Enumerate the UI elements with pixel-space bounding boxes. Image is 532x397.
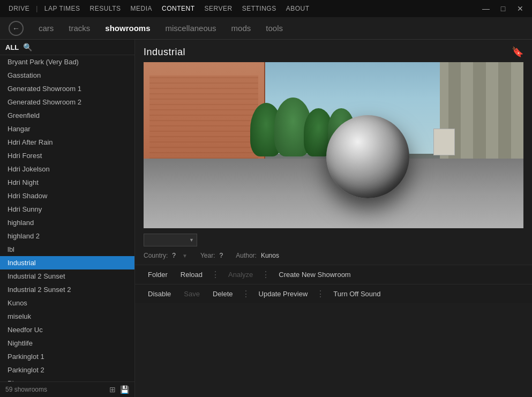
separator-4: ⋮ bbox=[316, 289, 325, 299]
country-label: Country: bbox=[144, 252, 168, 259]
tab-showrooms[interactable]: showrooms bbox=[105, 21, 150, 35]
bookmark-icon[interactable]: 🔖 bbox=[512, 46, 523, 58]
action-bar-top: Folder Reload ⋮ Analyze ⋮ Create New Sho… bbox=[135, 265, 532, 284]
sidebar-item[interactable]: Generated Showroom 2 bbox=[0, 95, 134, 109]
sidebar-footer-icons: ⊞ 💾 bbox=[109, 385, 129, 394]
save-button[interactable]: Save bbox=[179, 288, 204, 300]
reload-button[interactable]: Reload bbox=[176, 268, 207, 281]
sidebar-item[interactable]: Nightlife bbox=[0, 336, 134, 350]
grid-view-icon[interactable]: ⊞ bbox=[109, 385, 116, 394]
save-icon[interactable]: 💾 bbox=[120, 385, 129, 394]
sidebar-item[interactable]: Industrial 2 Sunset bbox=[0, 269, 134, 283]
sidebar-item[interactable]: miseluk bbox=[0, 310, 134, 323]
turn-off-sound-button[interactable]: Turn Off Sound bbox=[329, 288, 385, 300]
sidebar-item[interactable]: Playa bbox=[0, 377, 134, 381]
sidebar-header: ALL 🔍 bbox=[0, 40, 134, 55]
sidebar-item[interactable]: Parkinglot 2 bbox=[0, 363, 134, 377]
meta-area: Country: ? ▼ Year: ? Author: Kunos bbox=[135, 228, 532, 265]
separator-3: ⋮ bbox=[242, 289, 250, 299]
window-controls: — □ ✕ bbox=[478, 3, 528, 14]
tab-tools[interactable]: tools bbox=[266, 21, 283, 35]
separator-1: ⋮ bbox=[211, 269, 220, 280]
content-area: Industrial 🔖 bbox=[135, 40, 532, 397]
country-dropdown-icon[interactable]: ▼ bbox=[182, 253, 188, 259]
sidebar-all-label[interactable]: ALL bbox=[5, 43, 19, 51]
sidebar-item[interactable]: Hdri Night bbox=[0, 176, 134, 189]
sidebar-item[interactable]: Parkinglot 1 bbox=[0, 350, 134, 363]
create-showroom-button[interactable]: Create New Showroom bbox=[274, 268, 355, 281]
country-value: ? bbox=[172, 252, 176, 259]
search-icon[interactable]: 🔍 bbox=[23, 43, 32, 51]
sidebar-item[interactable]: Industrial bbox=[0, 256, 134, 269]
tab-mods[interactable]: mods bbox=[231, 21, 251, 35]
sidebar-item[interactable]: Generated Showroom 1 bbox=[0, 82, 134, 95]
sidebar: ALL 🔍 Bryant Park (Very Bad)GasstationGe… bbox=[0, 40, 135, 397]
meta-fields: Country: ? ▼ Year: ? Author: Kunos bbox=[144, 252, 523, 259]
dropdown-row bbox=[144, 234, 523, 246]
analyze-button[interactable]: Analyze bbox=[224, 268, 257, 281]
showroom-count: 59 showrooms bbox=[5, 386, 47, 393]
sidebar-item[interactable]: Industrial 2 Sunset 2 bbox=[0, 283, 134, 296]
update-preview-button[interactable]: Update Preview bbox=[254, 288, 312, 300]
close-button[interactable]: ✕ bbox=[513, 3, 528, 14]
titlebar: DRIVE | LAP TIMES RESULTS MEDIA CONTENT … bbox=[0, 0, 532, 17]
tab-cars[interactable]: cars bbox=[39, 21, 54, 35]
folder-button[interactable]: Folder bbox=[144, 268, 172, 281]
nav-media[interactable]: MEDIA bbox=[126, 3, 157, 14]
small-structure bbox=[433, 129, 455, 155]
sidebar-item[interactable]: Needfor Uc bbox=[0, 323, 134, 336]
separator-2: ⋮ bbox=[261, 269, 270, 280]
year-value: ? bbox=[220, 252, 223, 259]
sidebar-item[interactable]: Kunos bbox=[0, 296, 134, 310]
nav-laptimes[interactable]: LAP TIMES bbox=[40, 3, 85, 14]
titlebar-nav: DRIVE | LAP TIMES RESULTS MEDIA CONTENT … bbox=[4, 3, 314, 14]
nav-sep-1: | bbox=[35, 5, 39, 12]
content-header: Industrial 🔖 bbox=[135, 40, 532, 62]
reflective-sphere bbox=[326, 115, 409, 198]
minimize-button[interactable]: — bbox=[478, 3, 493, 14]
tab-miscellaneous[interactable]: miscellaneous bbox=[166, 21, 216, 35]
sidebar-footer: 59 showrooms ⊞ 💾 bbox=[0, 381, 134, 397]
showroom-select[interactable] bbox=[144, 234, 197, 246]
sidebar-item[interactable]: Hdri Sunny bbox=[0, 203, 134, 216]
year-field: Year: ? bbox=[200, 252, 223, 259]
nav-content[interactable]: CONTENT bbox=[158, 3, 199, 14]
country-field: Country: ? ▼ bbox=[144, 252, 188, 259]
back-button[interactable]: ← bbox=[9, 21, 24, 36]
sidebar-item[interactable]: highland bbox=[0, 216, 134, 229]
page-title: Industrial bbox=[144, 47, 185, 58]
preview-image bbox=[144, 62, 523, 228]
maximize-button[interactable]: □ bbox=[496, 3, 511, 14]
sidebar-item[interactable]: Bryant Park (Very Bad) bbox=[0, 55, 134, 69]
author-field: Author: Kunos bbox=[236, 252, 279, 259]
sidebar-item[interactable]: Greenfield bbox=[0, 109, 134, 122]
nav-settings[interactable]: SETTINGS bbox=[238, 3, 281, 14]
sidebar-item[interactable]: highland 2 bbox=[0, 229, 134, 243]
sidebar-item[interactable]: Hdri After Rain bbox=[0, 136, 134, 149]
preview-image-container bbox=[144, 62, 523, 228]
action-bar-bottom: Disable Save Delete ⋮ Update Preview ⋮ T… bbox=[135, 284, 532, 303]
disable-button[interactable]: Disable bbox=[144, 288, 175, 300]
author-label: Author: bbox=[236, 252, 257, 259]
sidebar-list: Bryant Park (Very Bad)GasstationGenerate… bbox=[0, 55, 134, 381]
sidebar-item[interactable]: Hdri Shadow bbox=[0, 189, 134, 203]
nav-about[interactable]: ABOUT bbox=[282, 3, 314, 14]
navtabs: ← cars tracks showrooms miscellaneous mo… bbox=[0, 17, 532, 40]
author-value: Kunos bbox=[261, 252, 279, 259]
nav-results[interactable]: RESULTS bbox=[86, 3, 125, 14]
sidebar-item[interactable]: Hangar bbox=[0, 122, 134, 136]
tab-tracks[interactable]: tracks bbox=[69, 21, 90, 35]
year-label: Year: bbox=[200, 252, 215, 259]
nav-drive[interactable]: DRIVE bbox=[4, 3, 34, 14]
sidebar-item[interactable]: Hdri Jokelson bbox=[0, 162, 134, 176]
delete-button[interactable]: Delete bbox=[208, 288, 237, 300]
sidebar-item[interactable]: Hdri Forest bbox=[0, 149, 134, 162]
main: ALL 🔍 Bryant Park (Very Bad)GasstationGe… bbox=[0, 40, 532, 397]
nav-server[interactable]: SERVER bbox=[200, 3, 237, 14]
sidebar-item[interactable]: Gasstation bbox=[0, 69, 134, 82]
showroom-select-wrapper bbox=[144, 234, 197, 246]
sidebar-item[interactable]: lbl bbox=[0, 243, 134, 256]
